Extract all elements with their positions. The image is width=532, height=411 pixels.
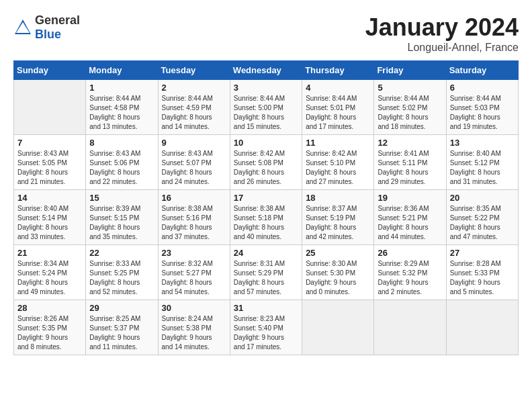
weekday-header: Wednesday — [230, 61, 302, 80]
calendar-cell: 9Sunrise: 8:43 AMSunset: 5:07 PMDaylight… — [158, 135, 230, 190]
day-number: 29 — [89, 303, 154, 313]
day-info: Sunrise: 8:44 AMSunset: 5:01 PMDaylight:… — [306, 94, 370, 132]
day-number: 25 — [306, 248, 370, 258]
calendar-cell: 6Sunrise: 8:44 AMSunset: 5:03 PMDaylight… — [446, 80, 518, 135]
logo: General Blue — [13, 13, 80, 42]
calendar-cell: 2Sunrise: 8:44 AMSunset: 4:59 PMDaylight… — [158, 80, 230, 135]
calendar-cell: 21Sunrise: 8:34 AMSunset: 5:24 PMDayligh… — [14, 245, 86, 300]
calendar-cell: 10Sunrise: 8:42 AMSunset: 5:08 PMDayligh… — [230, 135, 302, 190]
calendar-cell: 11Sunrise: 8:42 AMSunset: 5:10 PMDayligh… — [302, 135, 374, 190]
day-number: 23 — [162, 248, 226, 258]
calendar-cell: 16Sunrise: 8:38 AMSunset: 5:16 PMDayligh… — [158, 190, 230, 245]
day-info: Sunrise: 8:38 AMSunset: 5:16 PMDaylight:… — [162, 204, 226, 242]
calendar-cell: 15Sunrise: 8:39 AMSunset: 5:15 PMDayligh… — [86, 190, 158, 245]
calendar-week-row: 14Sunrise: 8:40 AMSunset: 5:14 PMDayligh… — [14, 190, 519, 245]
calendar-cell: 1Sunrise: 8:44 AMSunset: 4:58 PMDaylight… — [86, 80, 158, 135]
day-number: 3 — [234, 83, 298, 93]
calendar-cell: 27Sunrise: 8:28 AMSunset: 5:33 PMDayligh… — [446, 245, 518, 300]
day-info: Sunrise: 8:44 AMSunset: 4:59 PMDaylight:… — [162, 94, 226, 132]
day-info: Sunrise: 8:40 AMSunset: 5:14 PMDaylight:… — [17, 204, 82, 242]
day-number: 15 — [89, 193, 154, 203]
day-info: Sunrise: 8:35 AMSunset: 5:22 PMDaylight:… — [450, 204, 515, 242]
title-area: January 2024 Longueil-Annel, France — [365, 13, 519, 54]
day-info: Sunrise: 8:39 AMSunset: 5:15 PMDaylight:… — [89, 204, 154, 242]
day-number: 19 — [378, 193, 442, 203]
day-number: 26 — [378, 248, 442, 258]
calendar-header: SundayMondayTuesdayWednesdayThursdayFrid… — [14, 61, 519, 80]
day-number: 5 — [378, 83, 442, 93]
calendar-week-row: 28Sunrise: 8:26 AMSunset: 5:35 PMDayligh… — [14, 300, 519, 355]
weekday-header: Sunday — [14, 61, 86, 80]
day-info: Sunrise: 8:44 AMSunset: 5:02 PMDaylight:… — [378, 94, 442, 132]
logo-text-general: General — [35, 13, 80, 27]
day-number: 11 — [306, 138, 370, 148]
calendar-cell: 12Sunrise: 8:41 AMSunset: 5:11 PMDayligh… — [374, 135, 446, 190]
day-info: Sunrise: 8:44 AMSunset: 5:00 PMDaylight:… — [234, 94, 298, 132]
day-number: 12 — [378, 138, 442, 148]
day-number: 16 — [162, 193, 226, 203]
weekday-header: Tuesday — [158, 61, 230, 80]
calendar-cell: 17Sunrise: 8:38 AMSunset: 5:18 PMDayligh… — [230, 190, 302, 245]
calendar-cell: 3Sunrise: 8:44 AMSunset: 5:00 PMDaylight… — [230, 80, 302, 135]
day-info: Sunrise: 8:26 AMSunset: 5:35 PMDaylight:… — [17, 314, 82, 352]
day-number: 8 — [89, 138, 154, 148]
day-number: 1 — [89, 83, 154, 93]
day-info: Sunrise: 8:41 AMSunset: 5:11 PMDaylight:… — [378, 149, 442, 187]
day-number: 27 — [450, 248, 515, 258]
day-info: Sunrise: 8:42 AMSunset: 5:08 PMDaylight:… — [234, 149, 298, 187]
day-number: 18 — [306, 193, 370, 203]
calendar-cell — [302, 300, 374, 355]
weekday-header: Friday — [374, 61, 446, 80]
calendar-cell: 22Sunrise: 8:33 AMSunset: 5:25 PMDayligh… — [86, 245, 158, 300]
day-info: Sunrise: 8:34 AMSunset: 5:24 PMDaylight:… — [17, 259, 82, 297]
subtitle: Longueil-Annel, France — [365, 42, 519, 54]
day-info: Sunrise: 8:44 AMSunset: 4:58 PMDaylight:… — [89, 94, 154, 132]
svg-marker-1 — [16, 22, 30, 33]
calendar-cell: 19Sunrise: 8:36 AMSunset: 5:21 PMDayligh… — [374, 190, 446, 245]
day-info: Sunrise: 8:31 AMSunset: 5:29 PMDaylight:… — [234, 259, 298, 297]
calendar-cell: 4Sunrise: 8:44 AMSunset: 5:01 PMDaylight… — [302, 80, 374, 135]
day-number: 31 — [234, 303, 298, 313]
calendar-cell — [374, 300, 446, 355]
day-info: Sunrise: 8:33 AMSunset: 5:25 PMDaylight:… — [89, 259, 154, 297]
day-info: Sunrise: 8:43 AMSunset: 5:05 PMDaylight:… — [17, 149, 82, 187]
day-info: Sunrise: 8:28 AMSunset: 5:33 PMDaylight:… — [450, 259, 515, 297]
calendar-cell: 26Sunrise: 8:29 AMSunset: 5:32 PMDayligh… — [374, 245, 446, 300]
weekday-row: SundayMondayTuesdayWednesdayThursdayFrid… — [14, 61, 519, 80]
calendar-cell: 29Sunrise: 8:25 AMSunset: 5:37 PMDayligh… — [86, 300, 158, 355]
calendar-cell: 8Sunrise: 8:43 AMSunset: 5:06 PMDaylight… — [86, 135, 158, 190]
header: General Blue January 2024 Longueil-Annel… — [13, 13, 519, 54]
day-info: Sunrise: 8:43 AMSunset: 5:06 PMDaylight:… — [89, 149, 154, 187]
calendar-cell: 23Sunrise: 8:32 AMSunset: 5:27 PMDayligh… — [158, 245, 230, 300]
day-info: Sunrise: 8:42 AMSunset: 5:10 PMDaylight:… — [306, 149, 370, 187]
calendar-week-row: 21Sunrise: 8:34 AMSunset: 5:24 PMDayligh… — [14, 245, 519, 300]
day-number: 9 — [162, 138, 226, 148]
day-info: Sunrise: 8:25 AMSunset: 5:37 PMDaylight:… — [89, 314, 154, 352]
calendar-week-row: 7Sunrise: 8:43 AMSunset: 5:05 PMDaylight… — [14, 135, 519, 190]
day-info: Sunrise: 8:43 AMSunset: 5:07 PMDaylight:… — [162, 149, 226, 187]
day-info: Sunrise: 8:40 AMSunset: 5:12 PMDaylight:… — [450, 149, 515, 187]
day-info: Sunrise: 8:37 AMSunset: 5:19 PMDaylight:… — [306, 204, 370, 242]
calendar-cell: 13Sunrise: 8:40 AMSunset: 5:12 PMDayligh… — [446, 135, 518, 190]
calendar-cell: 25Sunrise: 8:30 AMSunset: 5:30 PMDayligh… — [302, 245, 374, 300]
main-title: January 2024 — [365, 13, 519, 42]
day-info: Sunrise: 8:38 AMSunset: 5:18 PMDaylight:… — [234, 204, 298, 242]
logo-icon — [13, 18, 32, 37]
day-info: Sunrise: 8:36 AMSunset: 5:21 PMDaylight:… — [378, 204, 442, 242]
day-number: 22 — [89, 248, 154, 258]
calendar-cell: 31Sunrise: 8:23 AMSunset: 5:40 PMDayligh… — [230, 300, 302, 355]
day-number: 14 — [17, 193, 82, 203]
day-info: Sunrise: 8:32 AMSunset: 5:27 PMDaylight:… — [162, 259, 226, 297]
weekday-header: Saturday — [446, 61, 518, 80]
day-info: Sunrise: 8:24 AMSunset: 5:38 PMDaylight:… — [162, 314, 226, 352]
day-number: 10 — [234, 138, 298, 148]
day-info: Sunrise: 8:44 AMSunset: 5:03 PMDaylight:… — [450, 94, 515, 132]
calendar-cell: 14Sunrise: 8:40 AMSunset: 5:14 PMDayligh… — [14, 190, 86, 245]
day-number: 7 — [17, 138, 82, 148]
calendar-cell: 28Sunrise: 8:26 AMSunset: 5:35 PMDayligh… — [14, 300, 86, 355]
day-number: 30 — [162, 303, 226, 313]
calendar-cell: 24Sunrise: 8:31 AMSunset: 5:29 PMDayligh… — [230, 245, 302, 300]
calendar-table: SundayMondayTuesdayWednesdayThursdayFrid… — [13, 60, 519, 355]
calendar-cell: 5Sunrise: 8:44 AMSunset: 5:02 PMDaylight… — [374, 80, 446, 135]
day-number: 13 — [450, 138, 515, 148]
